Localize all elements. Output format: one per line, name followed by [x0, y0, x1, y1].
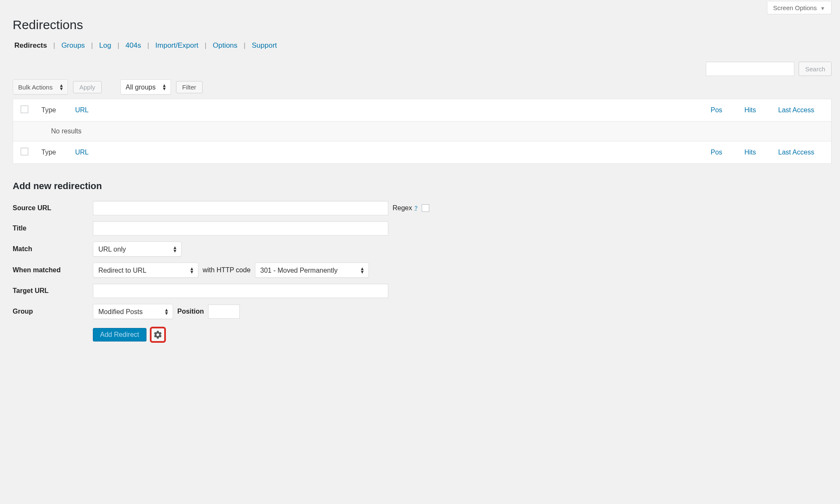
col-last-foot[interactable]: Last Access: [778, 149, 814, 156]
screen-options-label: Screen Options: [773, 4, 817, 11]
nav-options[interactable]: Options: [211, 41, 239, 49]
add-redirect-button[interactable]: Add Redirect: [93, 328, 146, 341]
redirects-table: Type URL Pos Hits Last Access No results…: [13, 99, 832, 164]
label-title: Title: [13, 225, 89, 232]
nav-404s[interactable]: 404s: [124, 41, 143, 49]
screen-options-button[interactable]: Screen Options ▼: [767, 2, 832, 14]
sub-nav: Redirects | Groups | Log | 404s | Import…: [13, 41, 832, 50]
select-all-top[interactable]: [21, 106, 28, 113]
chevron-down-icon: ▼: [820, 5, 825, 11]
nav-import-export[interactable]: Import/Export: [154, 41, 200, 49]
col-hits[interactable]: Hits: [745, 106, 756, 114]
label-target-url: Target URL: [13, 287, 89, 295]
label-regex: Regex: [393, 204, 412, 212]
col-pos[interactable]: Pos: [711, 106, 723, 114]
source-url-input[interactable]: [93, 201, 388, 215]
label-source-url: Source URL: [13, 204, 89, 212]
help-icon[interactable]: ?: [415, 205, 417, 211]
col-type: Type: [35, 99, 69, 122]
nav-redirects[interactable]: Redirects: [13, 41, 49, 49]
match-select[interactable]: URL only: [93, 241, 182, 257]
group-select[interactable]: Modified Posts: [93, 304, 173, 319]
col-hits-foot[interactable]: Hits: [745, 149, 756, 156]
when-matched-select[interactable]: Redirect to URL: [93, 263, 198, 278]
nav-log[interactable]: Log: [98, 41, 113, 49]
nav-groups[interactable]: Groups: [60, 41, 87, 49]
empty-row: No results: [13, 122, 832, 141]
http-code-select[interactable]: 301 - Moved Permanently: [255, 263, 369, 278]
col-url[interactable]: URL: [75, 106, 89, 114]
col-url-foot[interactable]: URL: [75, 149, 89, 156]
target-url-input[interactable]: [93, 284, 388, 298]
apply-button[interactable]: Apply: [73, 81, 102, 93]
add-redirection-title: Add new redirection: [13, 181, 832, 192]
label-match: Match: [13, 245, 89, 253]
search-button[interactable]: Search: [799, 62, 832, 76]
regex-checkbox[interactable]: [422, 204, 429, 212]
advanced-settings-button[interactable]: [150, 327, 166, 343]
group-filter-select[interactable]: All groups: [120, 79, 171, 95]
label-position: Position: [177, 308, 204, 315]
search-input[interactable]: [706, 62, 794, 76]
bulk-actions-select[interactable]: Bulk Actions: [13, 79, 68, 95]
col-last[interactable]: Last Access: [778, 106, 814, 114]
title-input[interactable]: [93, 221, 388, 236]
page-title: Redirections: [13, 18, 832, 32]
label-when-matched: When matched: [13, 266, 89, 274]
label-group: Group: [13, 308, 89, 315]
select-all-bottom[interactable]: [21, 148, 28, 155]
position-input[interactable]: [208, 304, 240, 319]
col-pos-foot[interactable]: Pos: [711, 149, 723, 156]
filter-button[interactable]: Filter: [176, 81, 203, 93]
nav-support[interactable]: Support: [250, 41, 279, 49]
col-type-foot: Type: [35, 141, 69, 164]
gear-icon: [153, 330, 163, 339]
label-http-code: with HTTP code: [203, 266, 251, 274]
